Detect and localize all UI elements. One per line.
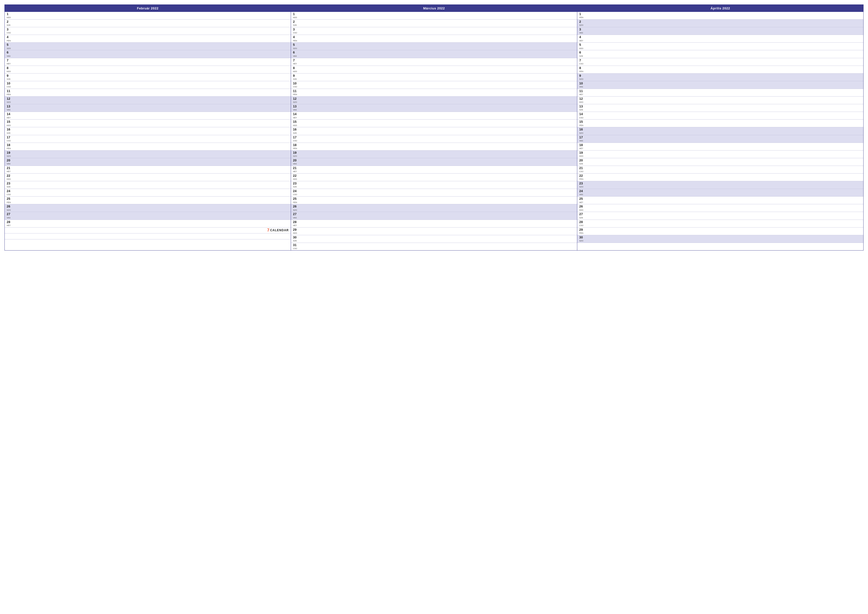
day-number: 4	[293, 36, 298, 39]
day-row: 26SZO	[291, 204, 577, 212]
day-name: PÉN	[7, 147, 12, 150]
day-number: 10	[579, 82, 585, 85]
day-number: 16	[7, 128, 12, 131]
day-name: SZO	[7, 155, 12, 157]
day-name: KED	[579, 209, 585, 211]
day-name: KED	[293, 16, 298, 19]
day-name: CSÜ	[7, 85, 12, 88]
day-row: 21HÉT	[291, 166, 577, 174]
day-row: 1PÉN	[577, 12, 863, 20]
day-name: PÉN	[579, 232, 585, 235]
day-name: VAS	[293, 216, 298, 219]
day-name: HÉT	[7, 170, 12, 173]
day-name: SZE	[579, 162, 585, 165]
day-row: 25PÉN	[291, 197, 577, 204]
day-name: SZE	[579, 55, 585, 58]
day-number: 13	[7, 105, 12, 108]
day-name: CSÜ	[579, 224, 585, 227]
day-name: CSÜ	[7, 139, 12, 142]
day-name: KED	[7, 124, 12, 127]
day-name: VAS	[579, 193, 585, 196]
day-number: 27	[7, 213, 12, 216]
day-number: 30	[293, 236, 298, 239]
day-number: 20	[293, 159, 298, 162]
day-row: 20VAS	[291, 158, 577, 166]
day-row: 25HÉT	[577, 197, 863, 204]
day-number: 27	[579, 213, 585, 216]
day-name: KED	[293, 70, 298, 73]
day-name: PÉN	[579, 178, 585, 180]
day-row: 15KED	[291, 120, 577, 127]
day-number: 25	[293, 197, 298, 201]
day-number: 12	[579, 97, 585, 101]
day-row: 31CSÜ	[291, 243, 577, 250]
day-name: HÉT	[7, 224, 12, 227]
day-row: 11HÉT	[577, 89, 863, 96]
day-number: 3	[579, 28, 585, 31]
day-number: 2	[579, 20, 585, 23]
day-name: CSÜ	[293, 247, 298, 250]
day-row: 25PÉN	[5, 197, 291, 204]
day-name: SZE	[293, 239, 298, 242]
day-number: 12	[7, 97, 12, 101]
day-number: 5	[579, 43, 585, 47]
day-name: HÉT	[579, 39, 585, 42]
day-name: PÉN	[293, 201, 298, 204]
day-name: SZE	[7, 132, 12, 134]
day-name: HÉT	[579, 93, 585, 96]
day-row: 4PÉN	[291, 35, 577, 43]
day-number: 29	[579, 228, 585, 232]
day-row: 21HÉT	[5, 166, 291, 174]
day-row: 28HÉT	[5, 220, 291, 227]
day-number: 25	[579, 197, 585, 201]
day-row: 30SZE	[291, 235, 577, 243]
day-row: 14HÉT	[5, 112, 291, 120]
day-name: SZO	[579, 239, 585, 242]
day-row: 19KED	[577, 151, 863, 158]
day-number: 25	[7, 197, 12, 201]
day-number: 14	[7, 112, 12, 116]
day-number: 4	[579, 36, 585, 39]
day-row: 13VAS	[291, 104, 577, 112]
day-row: 20VAS	[5, 158, 291, 166]
day-name: HÉT	[293, 62, 298, 65]
day-number: 22	[293, 174, 298, 177]
day-name: CSÜ	[7, 193, 12, 196]
logo-text: CALENDAR	[270, 229, 289, 232]
day-number: 14	[579, 112, 585, 116]
day-number: 13	[293, 105, 298, 108]
day-row: 26SZO	[5, 204, 291, 212]
day-row: 6SZE	[577, 50, 863, 58]
day-number: 6	[579, 51, 585, 54]
day-number: 17	[579, 136, 585, 139]
day-name: SZO	[293, 209, 298, 211]
day-row: 11PÉN	[5, 89, 291, 96]
day-number: 7	[7, 59, 12, 62]
day-row: 8KED	[291, 66, 577, 73]
day-number: 26	[579, 205, 585, 208]
day-number: 5	[293, 43, 298, 47]
day-row: 21CSÜ	[577, 166, 863, 174]
day-row: 17CSÜ	[291, 135, 577, 143]
day-row: 15PÉN	[577, 120, 863, 127]
day-name: HÉT	[579, 147, 585, 150]
month-col-1: Február 20221KED2SZE3CSÜ4PÉN5SZO6VAS7HÉT…	[5, 5, 291, 250]
day-row: 16SZO	[577, 127, 863, 135]
day-name: PÉN	[293, 93, 298, 96]
day-name: CSÜ	[293, 139, 298, 142]
day-number: 23	[579, 182, 585, 185]
day-row: 10VAS	[577, 81, 863, 89]
day-row: 18PÉN	[291, 143, 577, 151]
day-number: 5	[7, 43, 12, 47]
day-number: 9	[7, 74, 12, 78]
day-name: SZO	[7, 209, 12, 211]
day-row: 13SZE	[577, 104, 863, 112]
day-row: 23SZE	[291, 181, 577, 189]
day-row: 27VAS	[291, 212, 577, 219]
day-name: HÉT	[293, 224, 298, 227]
day-number: 12	[293, 97, 298, 101]
day-row: 22PÉN	[577, 174, 863, 181]
day-name: HÉT	[579, 201, 585, 204]
day-name: SZO	[579, 185, 585, 188]
day-row: 12KED	[577, 96, 863, 104]
